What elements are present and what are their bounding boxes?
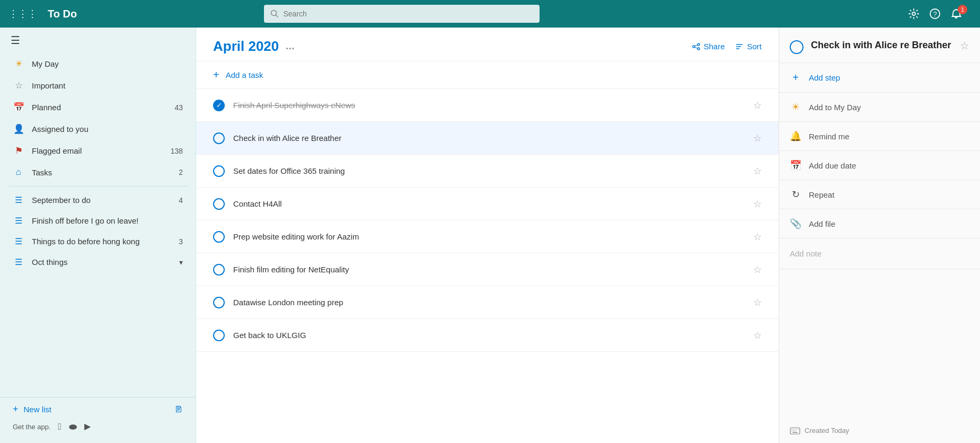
sidebar-label-important: Important: [32, 81, 183, 90]
main-layout: ☰ ☀ My Day ☆ Important 📅 Planned 43 👤 As…: [0, 28, 980, 443]
task-row[interactable]: Set dates for Office 365 training ☆: [196, 155, 779, 188]
repeat-section[interactable]: ↻ Repeat: [779, 180, 980, 209]
add-task-plus-icon: +: [213, 69, 219, 81]
add-step-section[interactable]: + Add step: [779, 63, 980, 93]
topbar-right: ? 1: [908, 8, 972, 20]
sidebar-label-september: September to do: [32, 196, 171, 205]
notification-icon[interactable]: 1: [950, 8, 972, 20]
task-checkbox-t6[interactable]: [213, 264, 225, 276]
sort-button[interactable]: Sort: [735, 42, 762, 51]
task-row[interactable]: Finish film editing for NetEquality ☆: [196, 253, 779, 286]
sidebar-item-oct[interactable]: ☰ Oct things ▾: [0, 252, 196, 272]
detail-star-icon[interactable]: ☆: [960, 39, 969, 52]
task-row[interactable]: Check in with Alice re Breather ☆: [196, 122, 779, 155]
flag-icon: ⚑: [13, 145, 24, 156]
task-text-t7: Datawise London meeting prep: [233, 298, 745, 307]
task-star-t8[interactable]: ☆: [753, 330, 762, 341]
add-task-label: Add a task: [226, 70, 263, 79]
list-icon-september: ☰: [13, 195, 24, 205]
add-due-date-section[interactable]: 📅 Add due date: [779, 151, 980, 180]
task-row[interactable]: Finish April Superhighways eNews ☆: [196, 89, 779, 122]
task-star-t6[interactable]: ☆: [753, 264, 762, 276]
new-list-row[interactable]: + New list 🖹: [13, 404, 183, 415]
task-checkbox-t8[interactable]: [213, 330, 225, 341]
created-label: Created Today: [805, 427, 849, 435]
task-checkbox-t2[interactable]: [213, 132, 225, 144]
sidebar-item-my-day[interactable]: ☀ My Day: [0, 53, 196, 75]
svg-line-8: [695, 45, 698, 46]
sidebar-label-finish-off: Finish off before I go on leave!: [32, 216, 183, 225]
sidebar-header: ☰: [0, 28, 196, 49]
svg-point-7: [698, 48, 700, 50]
notification-badge: 1: [958, 5, 967, 14]
task-checkbox-t1[interactable]: [213, 100, 225, 111]
planned-badge: 43: [174, 103, 183, 112]
add-file-section[interactable]: 📎 Add file: [779, 209, 980, 238]
svg-point-2: [912, 12, 915, 15]
help-icon[interactable]: ?: [929, 8, 941, 20]
sidebar-label-tasks: Tasks: [32, 168, 171, 177]
content-title: April 2020 …: [213, 38, 295, 55]
detail-calendar-icon: 📅: [790, 160, 801, 171]
sidebar-label-hong-kong: Things to do before hong kong: [32, 237, 171, 246]
sidebar-item-september[interactable]: ☰ September to do 4: [0, 190, 196, 210]
search-input[interactable]: [283, 10, 533, 18]
sidebar-item-tasks[interactable]: ⌂ Tasks 2: [0, 162, 196, 183]
more-options-icon[interactable]: …: [285, 41, 295, 52]
task-star-t1[interactable]: ☆: [753, 100, 762, 111]
sidebar-item-planned[interactable]: 📅 Planned 43: [0, 96, 196, 118]
detail-header: Check in with Alice re Breather ☆: [779, 28, 980, 63]
task-star-t3[interactable]: ☆: [753, 165, 762, 177]
task-checkbox-t4[interactable]: [213, 198, 225, 210]
android-icon[interactable]: ▶: [84, 421, 91, 432]
task-text-t1: Finish April Superhighways eNews: [233, 101, 745, 110]
sidebar-item-assigned[interactable]: 👤 Assigned to you: [0, 118, 196, 140]
windows-icon[interactable]: ⬬: [69, 421, 77, 432]
add-step-plus-icon: +: [790, 72, 801, 84]
grid-icon[interactable]: ⋮⋮⋮: [8, 8, 37, 20]
share-label: Share: [703, 42, 725, 51]
get-app-label: Get the app.: [13, 423, 51, 431]
sort-label: Sort: [747, 42, 762, 51]
settings-icon[interactable]: [908, 8, 920, 20]
svg-point-5: [693, 46, 695, 48]
new-list-label: New list: [24, 405, 52, 414]
keyboard-icon: [790, 427, 800, 435]
svg-line-9: [695, 47, 698, 48]
remind-me-section[interactable]: 🔔 Remind me: [779, 122, 980, 151]
hong-kong-badge: 3: [179, 237, 183, 246]
task-row[interactable]: Get back to UKLGIG ☆: [196, 319, 779, 352]
hamburger-icon[interactable]: ☰: [11, 34, 20, 47]
new-list-left: + New list: [13, 404, 51, 415]
detail-task-circle[interactable]: [790, 40, 804, 54]
main-content: April 2020 … Share: [196, 28, 779, 443]
task-row[interactable]: Contact H4All ☆: [196, 188, 779, 220]
person-icon: 👤: [13, 123, 24, 135]
sidebar-item-flagged[interactable]: ⚑ Flagged email 138: [0, 140, 196, 162]
detail-task-title: Check in with Alice re Breather: [811, 39, 952, 51]
sun-icon: ☀: [13, 58, 24, 69]
content-actions: Share Sort: [692, 42, 762, 51]
sidebar-item-important[interactable]: ☆ Important: [0, 75, 196, 96]
apple-icon[interactable]: : [58, 421, 62, 432]
september-badge: 4: [179, 196, 183, 205]
house-icon: ⌂: [13, 167, 24, 178]
sidebar-item-hong-kong[interactable]: ☰ Things to do before hong kong 3: [0, 231, 196, 252]
task-star-t4[interactable]: ☆: [753, 198, 762, 210]
svg-point-6: [698, 43, 700, 46]
add-to-my-day-section[interactable]: ☀ Add to My Day: [779, 93, 980, 122]
add-note-label: Add note: [790, 249, 822, 258]
sidebar-item-finish-off[interactable]: ☰ Finish off before I go on leave!: [0, 210, 196, 231]
task-row[interactable]: Prep website editing work for Aazim ☆: [196, 220, 779, 253]
add-task-row[interactable]: + Add a task: [196, 61, 779, 89]
task-checkbox-t7[interactable]: [213, 297, 225, 308]
task-star-t2[interactable]: ☆: [753, 132, 762, 144]
task-checkbox-t3[interactable]: [213, 165, 225, 177]
add-note-section[interactable]: Add note: [779, 238, 980, 269]
task-row[interactable]: Datawise London meeting prep ☆: [196, 286, 779, 319]
share-button[interactable]: Share: [692, 42, 725, 51]
task-star-t7[interactable]: ☆: [753, 297, 762, 308]
task-star-t5[interactable]: ☆: [753, 231, 762, 243]
task-checkbox-t5[interactable]: [213, 231, 225, 243]
search-icon: [270, 10, 279, 18]
